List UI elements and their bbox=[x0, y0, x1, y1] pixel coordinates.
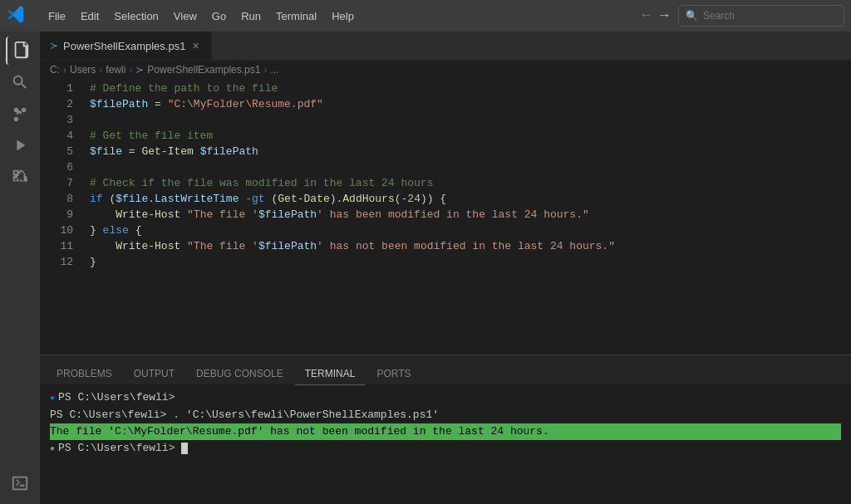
terminal-line-2: PS C:\Users\fewli> . 'C:\Users\fewli\Pow… bbox=[50, 407, 841, 423]
code-line-3 bbox=[90, 112, 851, 128]
terminal-prompt-2: PS C:\Users\fewli> bbox=[58, 440, 188, 457]
menu-items: File Edit Selection View Go Run Terminal… bbox=[42, 7, 632, 26]
terminal-output-highlighted: The file 'C:\MyFolder\Resume.pdf' has no… bbox=[50, 423, 841, 440]
panel-tabs: PROBLEMS OUTPUT DEBUG CONSOLE TERMINAL P… bbox=[40, 355, 851, 384]
menu-view[interactable]: View bbox=[167, 7, 204, 26]
back-arrow[interactable]: ← bbox=[639, 7, 654, 25]
code-line-11: Write-Host "The file '$filePath' has not… bbox=[90, 238, 851, 254]
menu-edit[interactable]: Edit bbox=[74, 7, 106, 26]
search-activity-icon[interactable] bbox=[6, 68, 34, 96]
menu-terminal[interactable]: Terminal bbox=[269, 7, 323, 26]
code-line-5: $file = Get-Item $filePath bbox=[90, 144, 851, 159]
search-icon: 🔍 bbox=[686, 10, 698, 22]
line-numbers: 1 2 3 4 5 6 7 8 9 10 11 12 bbox=[40, 79, 80, 355]
tab-close-button[interactable]: × bbox=[190, 37, 200, 54]
breadcrumb: C: › Users › fewli › ≻ PowerShellExample… bbox=[40, 61, 851, 79]
editor-area: ≻ PowerShellExamples.ps1 × C: › Users › … bbox=[40, 32, 851, 504]
tab-bar: ≻ PowerShellExamples.ps1 × bbox=[40, 32, 851, 61]
breadcrumb-ps-icon: ≻ bbox=[135, 64, 144, 76]
terminal-content[interactable]: ● PS C:\Users\fewli> PS C:\Users\fewli> … bbox=[40, 384, 851, 504]
run-debug-icon[interactable] bbox=[6, 131, 34, 159]
code-content: # Define the path to the file $filePath … bbox=[80, 79, 851, 355]
terminal-command-line: PS C:\Users\fewli> . 'C:\Users\fewli\Pow… bbox=[50, 407, 439, 423]
terminal-dot-icon: ● bbox=[50, 390, 55, 407]
breadcrumb-user: fewli bbox=[106, 64, 125, 76]
menu-help[interactable]: Help bbox=[325, 7, 361, 26]
menu-file[interactable]: File bbox=[42, 7, 72, 26]
menu-go[interactable]: Go bbox=[205, 7, 233, 26]
code-line-8: if ($file.LastWriteTime -gt (Get-Date).A… bbox=[90, 191, 851, 207]
code-line-10: } else { bbox=[90, 223, 851, 238]
code-line-1: # Define the path to the file bbox=[90, 81, 851, 96]
code-line-9: Write-Host "The file '$filePath' has bee… bbox=[90, 207, 851, 223]
code-editor[interactable]: 1 2 3 4 5 6 7 8 9 10 11 12 # Define the … bbox=[40, 79, 851, 355]
vscode-logo bbox=[7, 5, 33, 27]
editor-tab[interactable]: ≻ PowerShellExamples.ps1 × bbox=[40, 32, 212, 60]
code-line-12: } bbox=[90, 254, 851, 270]
terminal-line-1: ● PS C:\Users\fewli> bbox=[50, 389, 841, 407]
panel-tab-problems[interactable]: PROBLEMS bbox=[47, 363, 122, 385]
tab-filename: PowerShellExamples.ps1 bbox=[63, 40, 185, 52]
nav-arrows: ← → bbox=[639, 7, 671, 25]
extensions-icon[interactable] bbox=[6, 163, 34, 191]
panel-tab-output[interactable]: OUTPUT bbox=[124, 363, 184, 385]
breadcrumb-ellipsis: ... bbox=[270, 64, 278, 76]
code-line-6 bbox=[90, 159, 851, 175]
panel-tab-debug-console[interactable]: DEBUG CONSOLE bbox=[186, 363, 293, 385]
activity-bar bbox=[0, 32, 40, 504]
terminal-prompt-1: PS C:\Users\fewli> bbox=[58, 389, 175, 406]
explorer-icon[interactable] bbox=[6, 37, 34, 65]
search-input[interactable] bbox=[703, 10, 836, 22]
code-line-4: # Get the file item bbox=[90, 128, 851, 144]
menu-bar: File Edit Selection View Go Run Terminal… bbox=[0, 0, 851, 32]
panel-tab-ports[interactable]: PORTS bbox=[366, 363, 421, 385]
search-box[interactable]: 🔍 bbox=[678, 5, 844, 27]
terminal-dot-small-icon: ● bbox=[50, 441, 55, 458]
breadcrumb-filename: PowerShellExamples.ps1 bbox=[147, 64, 260, 76]
code-line-2: $filePath = "C:\MyFolder\Resume.pdf" bbox=[90, 96, 851, 112]
main-container: ≻ PowerShellExamples.ps1 × C: › Users › … bbox=[0, 32, 851, 504]
powershell-file-icon: ≻ bbox=[50, 40, 58, 51]
forward-arrow[interactable]: → bbox=[657, 7, 671, 25]
menu-selection[interactable]: Selection bbox=[107, 7, 165, 26]
breadcrumb-c: C: bbox=[50, 64, 60, 76]
breadcrumb-users: Users bbox=[70, 64, 96, 76]
menu-run[interactable]: Run bbox=[234, 7, 268, 26]
source-control-icon[interactable] bbox=[6, 100, 34, 128]
panel: PROBLEMS OUTPUT DEBUG CONSOLE TERMINAL P… bbox=[40, 355, 851, 504]
terminal-activity-icon[interactable] bbox=[6, 469, 34, 497]
code-line-7: # Check if the file was modified in the … bbox=[90, 175, 851, 191]
terminal-line-3: The file 'C:\MyFolder\Resume.pdf' has no… bbox=[50, 423, 841, 440]
terminal-line-4: ● PS C:\Users\fewli> bbox=[50, 440, 841, 458]
panel-tab-terminal[interactable]: TERMINAL bbox=[295, 363, 366, 385]
